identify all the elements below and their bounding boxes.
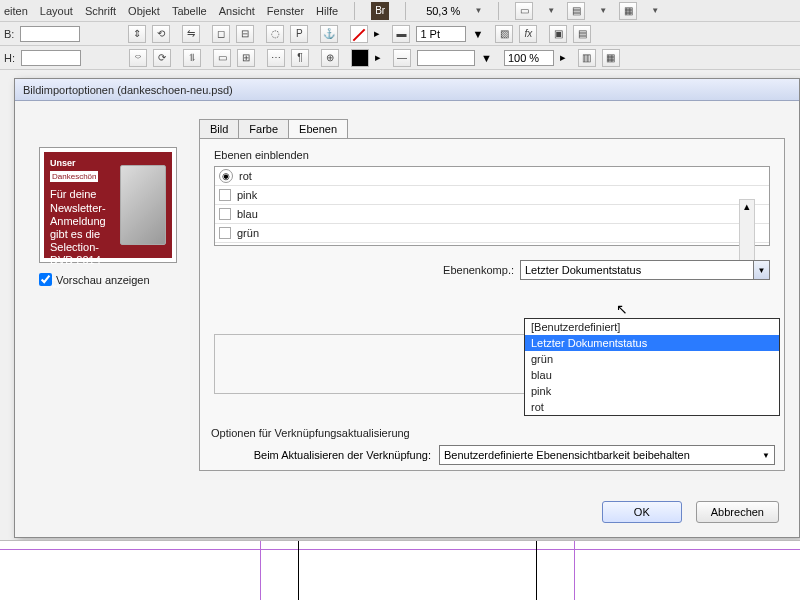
tab-pane-ebenen: Ebenen einblenden ◉ rot pink blau — [199, 138, 785, 471]
show-preview-checkbox[interactable]: Vorschau anzeigen — [39, 273, 179, 286]
zoom-level[interactable]: 50,3 % — [426, 5, 460, 17]
document-canvas[interactable] — [0, 540, 800, 600]
screen-mode-icon[interactable]: ▭ — [515, 2, 533, 20]
anchor2-icon[interactable]: ⊕ — [321, 49, 339, 67]
menu-item[interactable]: Fenster — [267, 5, 304, 17]
height-field[interactable] — [21, 50, 81, 66]
dropdown-option[interactable]: Letzter Dokumentstatus — [525, 335, 779, 351]
tab-ebenen[interactable]: Ebenen — [288, 119, 348, 138]
stroke-color-icon[interactable] — [351, 49, 369, 67]
control-bar-1: B: ⇕ ⟲ ⇋ ◻ ⊟ ◌ P ⚓ ▸ ▬ 1 Pt▼ ▧ fx ▣ ▤ — [0, 22, 800, 46]
preview-thumbnail: Unser Dankeschön Für deine Newsletter-An… — [39, 147, 177, 263]
menu-item[interactable]: Layout — [40, 5, 73, 17]
corner-icon[interactable]: ◻ — [212, 25, 230, 43]
link-group-label: Optionen für Verknüpfungsaktualisierung — [211, 427, 410, 439]
bridge-icon[interactable]: Br — [371, 2, 389, 20]
menu-item[interactable]: Objekt — [128, 5, 160, 17]
menu-item[interactable]: Tabelle — [172, 5, 207, 17]
dropdown-option[interactable]: [Benutzerdefiniert] — [525, 319, 779, 335]
flip-v-icon[interactable]: ⥮ — [183, 49, 201, 67]
cursor-icon: ↖ — [616, 301, 628, 317]
layer-comp-label: Ebenenkomp.: — [214, 264, 514, 276]
menubar: eiten Layout Schrift Objekt Tabelle Ansi… — [0, 0, 800, 22]
paragraph-icon[interactable]: P — [290, 25, 308, 43]
menu-item[interactable]: Hilfe — [316, 5, 338, 17]
ok-button[interactable]: OK — [602, 501, 682, 523]
chevron-down-icon[interactable]: ▼ — [753, 261, 769, 279]
dropdown-option[interactable]: grün — [525, 351, 779, 367]
flip-h-icon[interactable]: ⇋ — [182, 25, 200, 43]
no-fill-icon[interactable] — [350, 25, 368, 43]
width-label: B: — [4, 28, 14, 40]
dropdown-option[interactable]: blau — [525, 367, 779, 383]
link-update-group: Optionen für Verknüpfungsaktualisierung … — [211, 427, 775, 465]
visibility-box-icon[interactable] — [219, 208, 231, 220]
tab-strip: Bild Farbe Ebenen — [199, 119, 347, 138]
tab-bild[interactable]: Bild — [199, 119, 239, 138]
layers-group-label: Ebenen einblenden — [214, 149, 770, 161]
align-icon[interactable]: ⊟ — [236, 25, 254, 43]
dropdown-option[interactable]: rot — [525, 399, 779, 415]
eye-icon[interactable]: ◉ — [219, 169, 233, 183]
fitting-icon[interactable]: ▭ — [213, 49, 231, 67]
constrain-icon[interactable]: ⇕ — [128, 25, 146, 43]
menu-item[interactable]: eiten — [4, 5, 28, 17]
anchor-icon[interactable]: ⚓ — [320, 25, 338, 43]
visibility-box-icon[interactable] — [219, 227, 231, 239]
stroke-style-icon[interactable]: — — [393, 49, 411, 67]
dropdown-option[interactable]: pink — [525, 383, 779, 399]
layer-list[interactable]: ◉ rot pink blau grün — [214, 166, 770, 246]
dialog-title: Bildimportoptionen (dankeschoen-neu.psd) — [23, 84, 233, 96]
effects-icon[interactable]: fx — [519, 25, 537, 43]
fitting2-icon[interactable]: ⊞ — [237, 49, 255, 67]
image-import-options-dialog: Bildimportoptionen (dankeschoen-neu.psd)… — [14, 78, 800, 538]
link-update-label: Beim Aktualisieren der Verknüpfung: — [211, 449, 431, 461]
wrap4-icon[interactable]: ▦ — [602, 49, 620, 67]
menu-item[interactable]: Ansicht — [219, 5, 255, 17]
dots-icon[interactable]: ⋯ — [267, 49, 285, 67]
ellipse-icon[interactable]: ◌ — [266, 25, 284, 43]
fx-icon[interactable]: ▧ — [495, 25, 513, 43]
layer-row[interactable]: pink — [215, 186, 769, 205]
rotate-icon[interactable]: ⟲ — [152, 25, 170, 43]
layer-row[interactable]: grün — [215, 224, 769, 243]
preview-panel: Unser Dankeschön Für deine Newsletter-An… — [39, 147, 179, 286]
tab-farbe[interactable]: Farbe — [238, 119, 289, 138]
layer-row[interactable]: ◉ rot — [215, 167, 769, 186]
layer-row[interactable]: blau — [215, 205, 769, 224]
opacity-field[interactable]: 100 % — [504, 50, 554, 66]
link-update-select[interactable]: Benutzerdefinierte Ebenensichtbarkeit be… — [439, 445, 775, 465]
shear-icon[interactable]: ⌔ — [129, 49, 147, 67]
text-wrap-icon[interactable]: ▣ — [549, 25, 567, 43]
control-bar-2: H: ⌔ ⟳ ⥮ ▭ ⊞ ⋯ ¶ ⊕ ▸ — ▼ 100 %▸ ▥ ▦ — [0, 46, 800, 70]
rotate2-icon[interactable]: ⟳ — [153, 49, 171, 67]
cancel-button[interactable]: Abbrechen — [696, 501, 779, 523]
width-field[interactable] — [20, 26, 80, 42]
story-icon[interactable]: ¶ — [291, 49, 309, 67]
wrap3-icon[interactable]: ▥ — [578, 49, 596, 67]
dialog-titlebar[interactable]: Bildimportoptionen (dankeschoen-neu.psd) — [15, 79, 799, 101]
text-wrap2-icon[interactable]: ▤ — [573, 25, 591, 43]
layer-comp-combobox[interactable]: Letzter Dokumentstatus ▼ — [520, 260, 770, 280]
stroke-weight-field[interactable]: 1 Pt — [416, 26, 466, 42]
layer-comp-dropdown-list[interactable]: [Benutzerdefiniert] Letzter Dokumentstat… — [524, 318, 780, 416]
view-options-icon[interactable]: ▤ — [567, 2, 585, 20]
stroke-weight-icon: ▬ — [392, 25, 410, 43]
menu-item[interactable]: Schrift — [85, 5, 116, 17]
stroke-style-field[interactable] — [417, 50, 475, 66]
chevron-down-icon[interactable]: ▼ — [762, 451, 770, 460]
arrange-icon[interactable]: ▦ — [619, 2, 637, 20]
height-label: H: — [4, 52, 15, 64]
visibility-box-icon[interactable] — [219, 189, 231, 201]
